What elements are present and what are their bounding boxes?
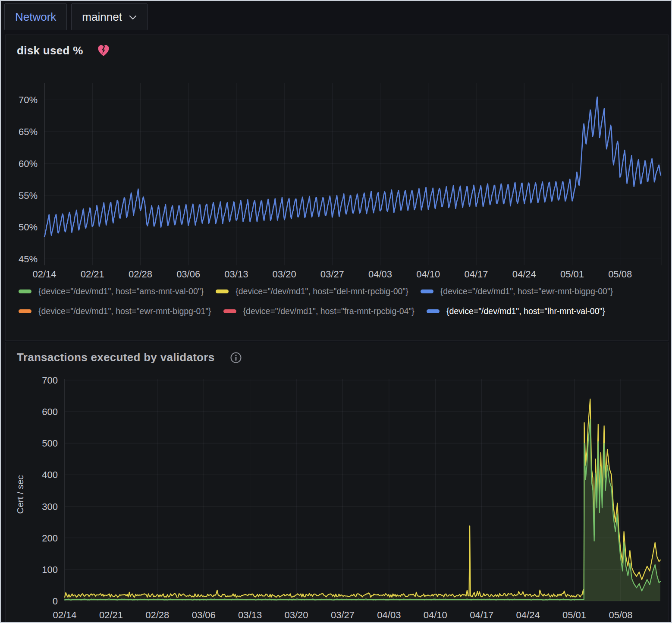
x-tick-label: 02/21 (81, 269, 104, 280)
x-tick-label: 03/13 (238, 610, 262, 620)
y-tick-label: 70% (19, 94, 38, 105)
transactions-chart[interactable]: 010020030040050060070002/1402/2102/2803/… (6, 342, 668, 623)
series-color-swatch (216, 289, 229, 293)
series-line-yellow (65, 399, 660, 597)
y-tick-label: 500 (42, 438, 58, 449)
series-area-yellow (65, 399, 660, 601)
series-color-swatch (223, 309, 236, 313)
y-tick-label: 200 (42, 533, 58, 544)
y-tick-label: 100 (42, 564, 58, 575)
panel-title-transactions[interactable]: Transactions executed by validators (17, 351, 214, 364)
legend-label: {device="/dev/md1", host="del-mnt-rpcbig… (236, 286, 408, 296)
x-tick-label: 03/27 (320, 269, 344, 280)
y-tick-label: 400 (42, 469, 58, 480)
x-tick-label: 02/21 (99, 610, 123, 620)
variables-bar: Network mainnet (4, 3, 148, 30)
network-dropdown[interactable]: mainnet (71, 3, 148, 30)
y-tick-label: 300 (42, 501, 58, 512)
legend-label: {device="/dev/md1", host="fra-mnt-rpcbig… (243, 306, 415, 316)
panel-title-disk-used[interactable]: disk used % (17, 44, 83, 57)
x-tick-label: 04/24 (512, 269, 536, 280)
x-tick-label: 04/17 (470, 610, 493, 620)
tx-plot-area[interactable]: 010020030040050060070002/1402/2102/2803/… (6, 342, 668, 623)
grafana-dashboard: Network mainnet 45%50%55%60%65%70%02/140… (0, 0, 672, 623)
variable-label-network[interactable]: Network (4, 3, 67, 30)
x-tick-label: 02/14 (53, 610, 76, 620)
legend-label: {device="/dev/md1", host="ewr-mnt-bigpg-… (38, 306, 211, 316)
x-tick-label: 03/13 (224, 269, 248, 280)
x-tick-label: 05/08 (608, 269, 632, 280)
x-tick-label: 03/06 (192, 610, 216, 620)
legend-label: {device="/dev/md1", host="lhr-mnt-val-00… (446, 306, 605, 316)
legend-item[interactable]: {device="/dev/md1", host="ewr-mnt-bigpg-… (421, 286, 613, 297)
y-tick-label: 65% (19, 126, 38, 137)
x-tick-label: 03/20 (273, 269, 296, 280)
x-tick-label: 04/10 (424, 610, 447, 620)
series-color-swatch (19, 289, 31, 293)
series-line-green (65, 419, 660, 600)
x-tick-label: 04/17 (464, 269, 488, 280)
x-tick-label: 04/24 (516, 610, 540, 620)
series-color-swatch (427, 309, 440, 313)
series-line-lhr-mnt-val-00 (44, 97, 661, 237)
y-axis-label-cert-per-sec: Cert / sec (15, 475, 25, 514)
panel-disk-header: disk used % (17, 44, 111, 57)
network-label-text: Network (15, 10, 56, 24)
legend-item[interactable]: {device="/dev/md1", host="ewr-mnt-bigpg-… (19, 306, 211, 317)
legend-label: {device="/dev/md1", host="ams-mnt-val-00… (38, 286, 204, 296)
y-tick-label: 600 (42, 406, 58, 417)
legend-item[interactable]: {device="/dev/md1", host="del-mnt-rpcbig… (216, 286, 408, 297)
x-tick-label: 05/01 (562, 610, 586, 620)
y-tick-label: 0 (53, 596, 58, 607)
x-tick-label: 02/28 (129, 269, 152, 280)
series-color-swatch (19, 309, 31, 313)
disk-used-chart[interactable]: 45%50%55%60%65%70%02/1402/2102/2803/0603… (6, 35, 668, 284)
y-tick-label: 55% (19, 190, 38, 201)
y-tick-label: 700 (42, 375, 58, 386)
x-tick-label: 05/01 (560, 269, 584, 280)
legend-item[interactable]: {device="/dev/md1", host="fra-mnt-rpcbig… (223, 306, 415, 317)
x-tick-label: 04/03 (377, 610, 401, 620)
x-tick-label: 02/28 (145, 610, 169, 620)
x-tick-label: 02/14 (32, 269, 56, 280)
x-tick-label: 03/06 (176, 269, 200, 280)
panel-transactions: 010020030040050060070002/1402/2102/2803/… (5, 342, 669, 623)
network-dropdown-value: mainnet (82, 10, 122, 24)
legend-item[interactable]: {device="/dev/md1", host="ams-mnt-val-00… (19, 286, 204, 297)
chevron-down-icon (129, 15, 137, 20)
x-tick-label: 03/20 (285, 610, 308, 620)
broken-heart-icon[interactable] (96, 44, 111, 57)
series-area-green (65, 419, 660, 601)
x-tick-label: 05/08 (609, 610, 632, 620)
legend-item[interactable]: {device="/dev/md1", host="lhr-mnt-val-00… (427, 306, 605, 317)
y-tick-label: 60% (19, 158, 38, 169)
y-tick-label: 50% (19, 222, 38, 233)
y-tick-label: 45% (19, 254, 38, 264)
x-tick-label: 04/03 (368, 269, 392, 280)
x-tick-label: 03/27 (331, 610, 355, 620)
panel-disk-used: 45%50%55%60%65%70%02/1402/2102/2803/0603… (5, 35, 669, 341)
disk-used-legend: {device="/dev/md1", host="ams-mnt-val-00… (19, 286, 661, 317)
x-tick-label: 04/10 (416, 269, 440, 280)
disk-plot-area[interactable]: 45%50%55%60%65%70%02/1402/2102/2803/0603… (6, 35, 668, 284)
legend-label: {device="/dev/md1", host="ewr-mnt-bigpg-… (440, 286, 613, 296)
panel-tx-header: Transactions executed by validators (17, 351, 242, 364)
info-icon[interactable] (230, 352, 242, 364)
series-color-swatch (421, 289, 433, 293)
